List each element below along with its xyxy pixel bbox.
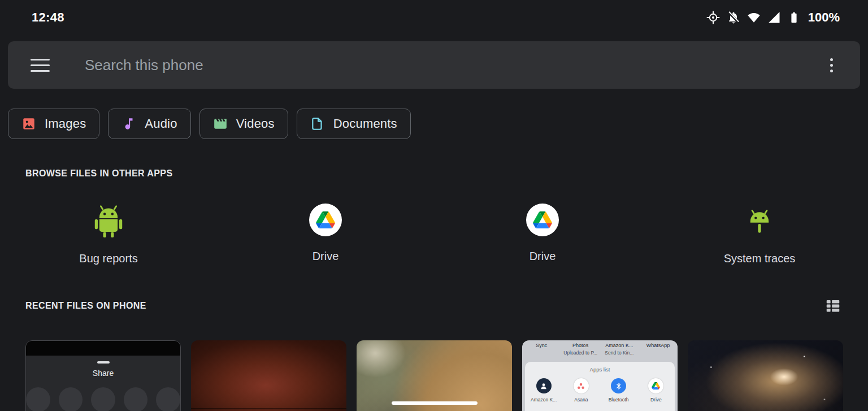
app-label: Drive bbox=[313, 250, 339, 263]
chip-audio[interactable]: Audio bbox=[108, 109, 190, 139]
more-options-icon bbox=[830, 58, 833, 61]
mini-app-label: Bluetooth bbox=[609, 397, 629, 403]
search-bar[interactable]: Search this phone bbox=[8, 41, 860, 89]
mini-app-label: Asana bbox=[574, 397, 588, 403]
google-drive-icon bbox=[309, 204, 342, 236]
filter-chips: Images Audio Videos bbox=[8, 109, 411, 139]
share-target-label: Sync bbox=[522, 343, 561, 348]
file-thumbnail-fire-photo[interactable] bbox=[191, 340, 346, 411]
chip-audio-label: Audio bbox=[145, 116, 177, 131]
chip-images[interactable]: Images bbox=[8, 109, 99, 139]
apps-list-sheet: Apps list Amazon K... bbox=[525, 362, 675, 411]
bluetooth-icon bbox=[611, 378, 626, 393]
apps-list-title: Apps list bbox=[525, 362, 675, 373]
audio-icon bbox=[121, 116, 136, 131]
more-options-button[interactable] bbox=[828, 56, 835, 75]
recent-section-title: RECENT FILES ON PHONE bbox=[25, 301, 146, 311]
app-label: Drive bbox=[530, 250, 556, 263]
status-bar: 12:48 bbox=[0, 0, 868, 35]
menu-button[interactable] bbox=[31, 59, 50, 72]
avatar bbox=[59, 387, 83, 411]
avatar bbox=[156, 387, 180, 411]
browse-apps-row: Bug reports Drive bbox=[0, 204, 868, 265]
share-target-sublabel: Send to Kin... bbox=[600, 350, 639, 356]
mini-app-label: Amazon K... bbox=[531, 397, 557, 403]
share-target-label: Photos bbox=[561, 343, 600, 348]
app-drive-1[interactable]: Drive bbox=[217, 204, 434, 265]
avatar bbox=[124, 387, 148, 411]
sheet-handle bbox=[97, 361, 110, 364]
battery-percent: 100% bbox=[808, 10, 840, 25]
app-label: Bug reports bbox=[79, 252, 137, 265]
share-target-label: Amazon K... bbox=[600, 343, 639, 348]
app-label: System traces bbox=[724, 252, 796, 265]
file-thumbnail-apps-screenshot[interactable]: Sync Photos Uploaded to P... Amazon K...… bbox=[522, 340, 678, 411]
menu-icon bbox=[31, 59, 50, 60]
notifications-off-icon bbox=[727, 11, 740, 24]
chip-videos[interactable]: Videos bbox=[199, 109, 288, 139]
browse-section-title: BROWSE FILES IN OTHER APPS bbox=[25, 168, 173, 179]
app-bug-reports[interactable]: Bug reports bbox=[0, 204, 217, 265]
images-icon bbox=[21, 116, 36, 131]
google-drive-icon bbox=[526, 204, 559, 236]
chip-documents-label: Documents bbox=[333, 116, 397, 131]
asana-icon bbox=[574, 378, 589, 393]
status-time: 12:48 bbox=[32, 10, 64, 25]
signal-icon bbox=[767, 11, 781, 24]
app-system-traces[interactable]: System traces bbox=[651, 204, 868, 265]
avatar bbox=[91, 387, 115, 411]
wifi-icon bbox=[747, 11, 761, 24]
recent-files-row: Share Sync Photos U bbox=[25, 340, 843, 411]
location-icon bbox=[706, 11, 720, 24]
file-thumbnail-dog-photo[interactable] bbox=[357, 340, 512, 411]
file-thumbnail-share-screenshot[interactable]: Share bbox=[25, 340, 181, 411]
battery-icon bbox=[788, 11, 800, 24]
videos-icon bbox=[213, 116, 228, 131]
list-view-toggle-button[interactable] bbox=[823, 296, 843, 315]
photo-home-indicator bbox=[392, 401, 478, 405]
apps-grid: Amazon K... Asana bbox=[525, 378, 675, 403]
chip-videos-label: Videos bbox=[236, 116, 275, 131]
avatar bbox=[26, 387, 50, 411]
system-traces-icon bbox=[742, 204, 777, 239]
app-drive-2[interactable]: Drive bbox=[434, 204, 651, 265]
chip-documents[interactable]: Documents bbox=[297, 109, 411, 139]
file-thumbnail-galaxy-photo[interactable] bbox=[688, 340, 843, 411]
status-icons: 100% bbox=[706, 10, 840, 25]
screenshot-top-band bbox=[26, 341, 180, 356]
files-app-screen: 12:48 bbox=[0, 0, 868, 411]
google-drive-icon bbox=[648, 378, 663, 393]
chip-images-label: Images bbox=[45, 116, 86, 131]
share-target-label: WhatsApp bbox=[639, 343, 678, 348]
share-avatars bbox=[26, 387, 180, 411]
mini-app-label: Drive bbox=[650, 397, 662, 403]
amazon-kindle-icon bbox=[536, 378, 552, 393]
search-input[interactable]: Search this phone bbox=[85, 57, 828, 74]
documents-icon bbox=[310, 116, 325, 131]
photo-shadow-strip bbox=[191, 408, 346, 409]
recent-section-header: RECENT FILES ON PHONE bbox=[25, 296, 843, 315]
share-target-sublabel: Uploaded to P... bbox=[561, 350, 600, 356]
list-view-icon bbox=[824, 297, 841, 314]
share-sheet-title: Share bbox=[26, 369, 180, 378]
share-targets-row: Sync Photos Uploaded to P... Amazon K...… bbox=[522, 340, 678, 356]
android-robot-icon bbox=[91, 204, 126, 239]
